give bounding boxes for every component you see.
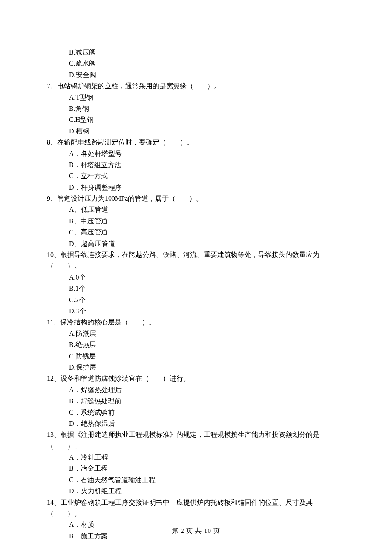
q12-stem: 12、设备和管道防腐蚀涂装宜在（ ）进行。	[47, 373, 345, 384]
q13-option-d: D．火力机组工程	[47, 486, 345, 497]
page: B.减压阀 C.疏水阀 D.安全阀 7、电站锅炉钢架的立柱，通常采用的是宽翼缘（…	[0, 0, 392, 555]
q10-option-d: D.3个	[47, 306, 345, 317]
q13-stem-line2: （ ）。	[47, 441, 345, 452]
q14-stem-line2: （ ）。	[47, 508, 345, 519]
q9-option-c: C、高压管道	[47, 227, 345, 238]
q8-option-d: D．杆身调整程序	[47, 182, 345, 193]
q10-option-c: C.2个	[47, 295, 345, 306]
q12-option-d: D．绝热保温后	[47, 418, 345, 429]
q10-stem-line1: 10、根据导线连接要求，在跨越公路、铁路、河流、重要建筑物等处，导线接头的数量应…	[47, 249, 345, 260]
q9-option-d: D、超高压管道	[47, 238, 345, 249]
q8-option-b: B．杆塔组立方法	[47, 159, 345, 171]
q9-option-b: B、中压管道	[47, 216, 345, 227]
q13-option-a: A．冷轧工程	[47, 452, 345, 463]
q11-option-d: D.保护层	[47, 362, 345, 373]
q10-option-b: B.1个	[47, 283, 345, 294]
q12-option-c: C．系统试验前	[47, 407, 345, 418]
q11-stem: 11、保冷结构的核心层是（ ）。	[47, 317, 345, 328]
q6-option-b: B.减压阀	[47, 47, 345, 58]
q10-stem-line2: （ ）。	[47, 260, 345, 272]
q14-stem-line1: 14、工业炉窑砌筑工程工序交接证明书中，应提供炉内托砖板和锚固件的位置、尺寸及其	[47, 497, 345, 508]
page-footer: 第 2 页 共 10 页	[0, 526, 392, 536]
q12-option-a: A．焊缝热处理后	[47, 384, 345, 396]
q9-option-a: A、低压管道	[47, 204, 345, 215]
q8-stem: 8、在输配电线路勘测定位时，要确定（ ）。	[47, 137, 345, 148]
q7-option-b: B.角钢	[47, 103, 345, 114]
q8-option-c: C．立杆方式	[47, 171, 345, 182]
q6-option-c: C.疏水阀	[47, 58, 345, 69]
q10-option-a: A.0个	[47, 272, 345, 283]
q7-option-d: D.槽钢	[47, 126, 345, 137]
q11-option-a: A.防潮层	[47, 328, 345, 339]
q7-option-c: C.H型钢	[47, 114, 345, 125]
q11-option-b: B.绝热层	[47, 339, 345, 350]
q7-stem: 7、电站锅炉钢架的立柱，通常采用的是宽翼缘（ ）。	[47, 81, 345, 92]
q13-stem-line1: 13、根据《注册建造师执业工程规模标准》的规定，工程规模按生产能力和投资额划分的…	[47, 429, 345, 440]
q8-option-a: A．各处杆塔型号	[47, 148, 345, 159]
q13-option-b: B．冶金工程	[47, 463, 345, 474]
q7-option-a: A.T型钢	[47, 92, 345, 103]
q9-stem: 9、管道设计压力为100MPa的管道，属于（ ）。	[47, 193, 345, 204]
q12-option-b: B．焊缝热处理前	[47, 396, 345, 407]
q6-option-d: D.安全阀	[47, 69, 345, 81]
q11-option-c: C.防锈层	[47, 351, 345, 362]
q13-option-c: C．石油天然气管道输油工程	[47, 474, 345, 486]
